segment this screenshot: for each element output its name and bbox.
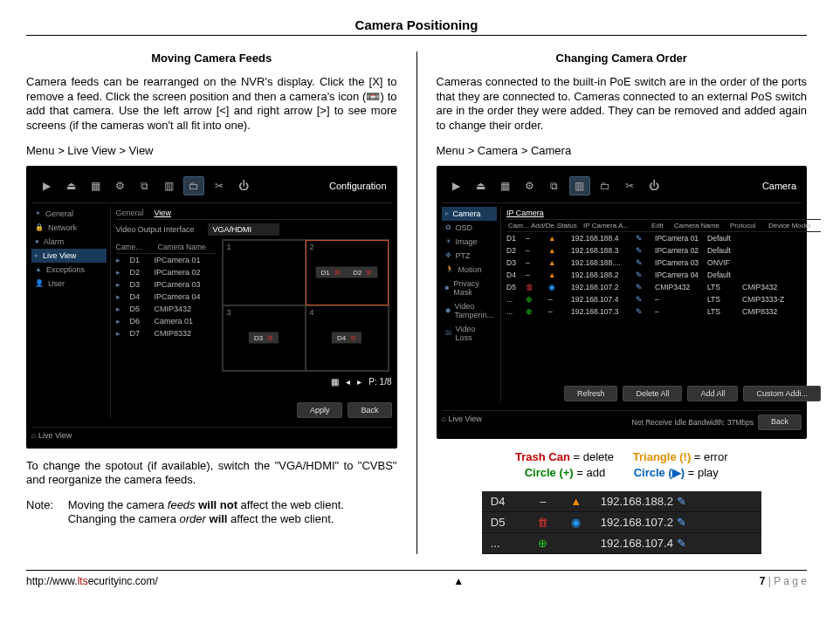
table-row[interactable]: D5🗑◉192.168.107.2✎CMIP3432LTSCMIP3432 bbox=[506, 281, 821, 293]
table-row[interactable]: D1–▲192.168.188.4✎IPCamera 01Default bbox=[506, 232, 821, 244]
delete-all-button[interactable]: Delete All bbox=[623, 386, 682, 401]
home-icon[interactable]: ⌂ bbox=[31, 431, 36, 440]
edit-icon[interactable]: ✎ bbox=[636, 307, 655, 316]
live-view-link[interactable]: Live View bbox=[38, 431, 72, 440]
add-icon[interactable]: ⊕ bbox=[526, 295, 533, 304]
sidebar-item-camera[interactable]: ▸Camera bbox=[442, 207, 498, 221]
gear-icon[interactable]: ⚙ bbox=[110, 178, 129, 194]
edit-icon[interactable]: ✎ bbox=[677, 516, 686, 529]
cell-chip[interactable]: D1⊠ D2⊠ bbox=[316, 267, 378, 278]
camera-icon[interactable]: ▥ bbox=[569, 176, 590, 195]
grid-cell-3[interactable]: 3 D3⊠ bbox=[223, 305, 306, 371]
sidebar-item-user[interactable]: 👤User bbox=[31, 277, 107, 291]
tool-icon[interactable]: ✂ bbox=[620, 178, 639, 194]
sidebar-item-ptz[interactable]: ✥PTZ bbox=[442, 249, 498, 263]
trash-icon[interactable]: 🗑 bbox=[526, 283, 534, 291]
apply-button[interactable]: Apply bbox=[297, 402, 343, 418]
home-icon[interactable]: ⌂ bbox=[442, 414, 446, 430]
edit-icon[interactable]: ✎ bbox=[636, 271, 655, 279]
grid-cell-1[interactable]: 1 bbox=[223, 240, 306, 305]
table-row[interactable]: D4–▲192.168.188.2✎IPCamera 04Default bbox=[506, 269, 821, 281]
table-row[interactable]: D2–▲192.168.188.3✎IPCamera 02Default bbox=[506, 244, 821, 257]
tab-ipcamera[interactable]: IP Camera bbox=[506, 209, 544, 217]
remove-icon[interactable]: ⊠ bbox=[267, 334, 273, 342]
add-icon[interactable]: ⊕ bbox=[526, 307, 533, 316]
sidebar-item-osd[interactable]: ✿OSD bbox=[442, 221, 498, 235]
edit-icon[interactable]: ✎ bbox=[636, 234, 655, 243]
table-row[interactable]: ...⊕–192.168.107.3✎–LTSCMIP8332 bbox=[506, 305, 821, 318]
upload-icon[interactable]: ⏏ bbox=[61, 178, 80, 194]
layout-grid[interactable]: 1 2 D1⊠ D2⊠ 3 D3⊠ 4 D4⊠ bbox=[222, 239, 389, 372]
record-icon[interactable]: ⧉ bbox=[134, 178, 154, 194]
sidebar-item-privacy[interactable]: ■Privacy Mask bbox=[442, 277, 498, 299]
sidebar-item-videoloss[interactable]: ☒Video Loss bbox=[442, 322, 498, 345]
output-interface-row: Video Output Interface VGA/HDMI bbox=[116, 223, 392, 236]
camera-list-item[interactable]: ▸D5CMIP3432 bbox=[116, 303, 217, 315]
chip-label: D4 bbox=[337, 334, 346, 342]
back-button[interactable]: Back bbox=[348, 402, 391, 418]
edit-icon[interactable]: ✎ bbox=[636, 246, 655, 255]
edit-icon[interactable]: ✎ bbox=[636, 258, 655, 267]
nvr2-footer: ⌂ Live View Net Receive Idle Bandwidth: … bbox=[442, 410, 802, 430]
trash-icon[interactable]: 🗑 bbox=[537, 516, 548, 529]
output-select[interactable]: VGA/HDMI bbox=[208, 223, 279, 236]
prev-page-icon[interactable]: ◂ bbox=[346, 377, 350, 387]
tab-view[interactable]: View bbox=[155, 209, 171, 217]
gear-icon[interactable]: ⚙ bbox=[520, 178, 540, 194]
table-row[interactable]: D3–▲192.168.188....✎IPCamera 03ONVIF bbox=[506, 257, 821, 269]
edit-icon[interactable]: ✎ bbox=[677, 495, 686, 508]
sidebar-item-liveview[interactable]: ▸Live View bbox=[31, 249, 107, 263]
tool-icon[interactable]: ✂ bbox=[210, 178, 229, 194]
tab-general[interactable]: General bbox=[116, 209, 144, 217]
play-icon[interactable]: ◉ bbox=[571, 516, 581, 529]
camera-list-item[interactable]: ▸D6Camera 01 bbox=[116, 315, 217, 327]
cell-chip[interactable]: D3⊠ bbox=[249, 332, 279, 344]
warn-icon: ▲ bbox=[35, 265, 42, 273]
edit-icon[interactable]: ✎ bbox=[636, 295, 655, 304]
grid-icon[interactable]: ▦ bbox=[496, 178, 515, 194]
edit-icon[interactable]: ✎ bbox=[636, 283, 655, 291]
sidebar-item-general[interactable]: ✦General bbox=[31, 207, 107, 221]
sidebar-item-alarm[interactable]: ●Alarm bbox=[31, 235, 107, 249]
back-button[interactable]: Back bbox=[758, 414, 802, 430]
dash-icon: – bbox=[548, 295, 553, 304]
sidebar-item-motion[interactable]: 🏃Motion bbox=[442, 263, 498, 277]
cell-chip[interactable]: D4⊠ bbox=[332, 332, 361, 344]
left-note: Note: Moving the camera feeds will not a… bbox=[26, 498, 397, 527]
play-icon[interactable]: ▶ bbox=[37, 178, 56, 194]
live-view-link[interactable]: Live View bbox=[448, 414, 481, 430]
play-icon[interactable]: ◉ bbox=[548, 283, 555, 291]
remove-icon[interactable]: ⊠ bbox=[350, 334, 356, 342]
record-icon[interactable]: ⧉ bbox=[545, 178, 564, 194]
camera-list-item[interactable]: ▸D3IPCamera 03 bbox=[116, 278, 217, 291]
grid-cell-2[interactable]: 2 D1⊠ D2⊠ bbox=[306, 240, 389, 305]
sidebar-item-tamper[interactable]: ◆Video Tamperin... bbox=[442, 299, 498, 322]
folder-icon[interactable]: 🗀 bbox=[183, 176, 204, 195]
play-icon[interactable]: ▶ bbox=[447, 178, 466, 194]
sidebar-item-image[interactable]: ☀Image bbox=[442, 235, 498, 249]
remove-icon[interactable]: ⊠ bbox=[366, 269, 372, 277]
nvr-camera-panel: ▶ ⏏ ▦ ⚙ ⧉ ▥ 🗀 ✂ ⏻ Camera ▸Camera ✿OSD ☀I… bbox=[437, 166, 808, 439]
power-icon[interactable]: ⏻ bbox=[644, 178, 664, 194]
camera-list-item[interactable]: ▸D2IPCamera 02 bbox=[116, 266, 217, 278]
sidebar-item-exceptions[interactable]: ▲Exceptions bbox=[31, 263, 107, 277]
next-page-icon[interactable]: ▸ bbox=[357, 377, 361, 387]
upload-icon[interactable]: ⏏ bbox=[472, 178, 491, 194]
power-icon[interactable]: ⏻ bbox=[234, 178, 253, 194]
refresh-button[interactable]: Refresh bbox=[564, 386, 618, 401]
table-row[interactable]: ...⊕–192.168.107.4✎–LTSCMIP3333-Z bbox=[506, 293, 821, 305]
camera-icon[interactable]: ▥ bbox=[159, 178, 178, 194]
add-icon[interactable]: ⊕ bbox=[538, 537, 547, 550]
grid-icon[interactable]: ▦ bbox=[86, 178, 105, 194]
edit-icon[interactable]: ✎ bbox=[677, 537, 686, 550]
camera-list-item[interactable]: ▸D4IPCamera 04 bbox=[116, 291, 217, 303]
camera-list-item[interactable]: ▸D7CMIP8332 bbox=[116, 327, 217, 339]
sidebar-item-network[interactable]: 🔒Network bbox=[31, 221, 107, 235]
camera-list-item[interactable]: ▸D1IPCamera 01 bbox=[116, 254, 217, 266]
remove-icon[interactable]: ⊠ bbox=[334, 269, 341, 277]
folder-icon[interactable]: 🗀 bbox=[595, 178, 615, 194]
add-all-button[interactable]: Add All bbox=[687, 386, 738, 401]
custom-add-button[interactable]: Custom Addi... bbox=[743, 386, 821, 401]
grid-layout-icon[interactable]: ▦ bbox=[331, 377, 339, 387]
grid-cell-4[interactable]: 4 D4⊠ bbox=[306, 305, 389, 371]
